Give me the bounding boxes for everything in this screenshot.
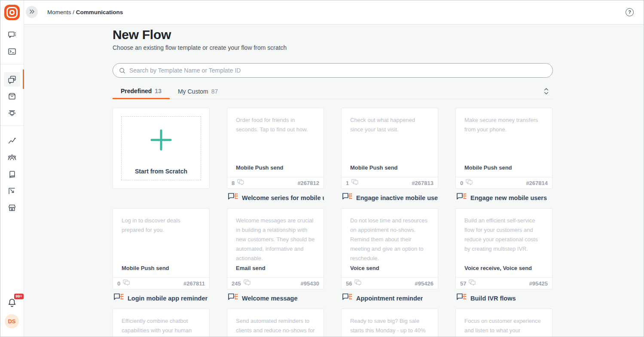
robot-icon (4, 106, 20, 120)
template-card[interactable]: Do not lose time and resources on appoin… (341, 208, 438, 289)
template-description: Ready to save big? Big sale starts this … (350, 316, 429, 337)
template-id: #95425 (529, 280, 548, 287)
start-from-scratch-card[interactable]: Start from Scratch (113, 108, 210, 189)
template-title: Build IVR flows (470, 295, 516, 302)
book-icon (4, 167, 20, 182)
template-title-row[interactable]: Build IVR flows (455, 292, 552, 304)
template-description: Welcome messages are crucial in building… (236, 216, 315, 263)
sidebar-item-people[interactable] (0, 149, 24, 166)
template-card[interactable]: Efficiently combine chatbot capabilities… (113, 309, 210, 337)
template-title-row[interactable]: Welcome message (227, 292, 324, 304)
double-chevron-right-icon (28, 8, 35, 16)
breadcrumb: Moments / Communications (47, 9, 123, 15)
template-id: #95426 (415, 280, 433, 287)
template-card[interactable]: Ready to save big? Big sale starts this … (341, 309, 438, 337)
notification-badge: 99+ (14, 294, 23, 299)
sidebar-divider (0, 64, 24, 64)
bell-icon (6, 302, 18, 310)
breadcrumb-section[interactable]: Moments (47, 9, 71, 15)
copies-icon (243, 279, 251, 288)
template-description: Efficiently combine chatbot capabilities… (122, 316, 201, 337)
tab-predefined-label: Predefined (121, 88, 152, 94)
template-channels: Mobile Push send (122, 265, 201, 271)
tab-predefined-count: 13 (155, 88, 162, 94)
notifications-button[interactable]: 99+ (6, 297, 18, 310)
flow-icon (456, 293, 467, 304)
template-card[interactable]: Check out what happened since your last … (341, 108, 438, 189)
flow-icon (342, 293, 353, 304)
topbar: Moments / Communications ? (24, 0, 644, 24)
search-input[interactable] (113, 63, 553, 78)
sidebar-item-developer-console[interactable] (0, 43, 24, 60)
flow-icon (228, 192, 238, 203)
sidebar-item-moments[interactable] (0, 71, 24, 88)
breadcrumb-separator: / (73, 9, 74, 15)
sidebar: 99+ DS (0, 0, 24, 337)
flow-icon (456, 192, 467, 203)
template-title-row[interactable]: Welcome series for mobile us... (227, 192, 324, 203)
template-usage-count: 245 (232, 280, 241, 287)
sort-button[interactable] (542, 86, 550, 97)
copies-icon (468, 279, 476, 288)
template-card[interactable]: Build an efficient self-service flow for… (455, 208, 552, 289)
template-card[interactable]: Send automated reminders to clients and … (227, 309, 324, 337)
template-cell: Make secure money transfers from your ph… (455, 108, 552, 203)
template-channels: Mobile Push send (350, 164, 429, 171)
template-card[interactable]: Log in to discover deals prepared for yo… (113, 208, 210, 289)
sidebar-item-knowledge[interactable] (0, 166, 24, 182)
template-title-row[interactable]: Login mobile app reminder (113, 292, 210, 304)
copies-icon (465, 179, 473, 187)
template-description: Make secure money transfers from your ph… (464, 115, 543, 134)
template-title: Appointment reminder (356, 295, 423, 302)
help-icon[interactable]: ? (626, 8, 634, 16)
plus-icon (150, 129, 172, 153)
template-title-row[interactable]: Engage new mobile users (455, 192, 552, 203)
tab-my-custom[interactable]: My Custom 87 (170, 84, 226, 99)
template-cell: Do not lose time and resources on appoin… (341, 208, 438, 304)
template-card-footer: 0 #267814 (456, 177, 552, 188)
template-description: Order food for friends in seconds. Tap t… (236, 115, 315, 134)
template-card[interactable]: Make secure money transfers from your ph… (455, 108, 552, 189)
template-cell: Send automated reminders to clients and … (227, 309, 324, 337)
template-card-footer: 0 #267811 (113, 277, 209, 289)
template-title: Login mobile app reminder (128, 295, 208, 302)
template-description: Do not lose time and resources on appoin… (350, 216, 429, 263)
template-usage-count: 56 (346, 280, 352, 287)
template-title-row[interactable]: Engage inactive mobile users (341, 192, 438, 203)
template-card[interactable]: Welcome messages are crucial in building… (227, 208, 324, 289)
template-card[interactable]: Focus on customer experience and listen … (455, 309, 552, 337)
template-cell: Focus on customer experience and listen … (455, 309, 552, 337)
template-title: Welcome series for mobile us... (242, 194, 324, 201)
template-id: #95430 (301, 280, 319, 287)
main-area: New Flow Choose an existing flow templat… (24, 24, 644, 337)
sidebar-item-answers[interactable] (0, 88, 24, 104)
sidebar-item-bots[interactable] (0, 104, 24, 121)
avatar[interactable]: DS (5, 314, 19, 328)
start-from-scratch-label: Start from Scratch (122, 168, 201, 175)
template-title-row[interactable]: Appointment reminder (341, 292, 438, 304)
template-cell: Efficiently combine chatbot capabilities… (113, 309, 210, 337)
tab-my-custom-label: My Custom (178, 88, 208, 95)
tab-predefined[interactable]: Predefined 13 (113, 84, 170, 99)
template-id: #267812 (297, 180, 319, 186)
flow-icon (228, 293, 238, 304)
template-id: #267811 (183, 280, 205, 287)
template-card[interactable]: Order food for friends in seconds. Tap t… (227, 108, 324, 189)
template-title: Welcome message (242, 295, 298, 302)
page-title: New Flow (113, 27, 553, 42)
copies-icon (354, 279, 362, 288)
sidebar-expand-button[interactable] (26, 6, 38, 18)
start-from-scratch-dropzone: Start from Scratch (121, 116, 201, 180)
flows-icon (4, 72, 20, 87)
package-icon (4, 89, 20, 103)
sidebar-item-conversations[interactable] (0, 26, 24, 43)
sidebar-item-marketplace[interactable] (0, 199, 24, 216)
template-channels: Email send (236, 265, 315, 271)
sidebar-item-analytics[interactable] (0, 132, 24, 149)
template-cell: Build an efficient self-service flow for… (455, 208, 552, 304)
template-description: Log in to discover deals prepared for yo… (122, 216, 201, 235)
infobip-logo-icon[interactable] (4, 5, 20, 20)
template-description: Check out what happened since your last … (350, 115, 429, 134)
sidebar-item-exit[interactable] (0, 182, 24, 199)
tab-my-custom-count: 87 (211, 88, 218, 95)
